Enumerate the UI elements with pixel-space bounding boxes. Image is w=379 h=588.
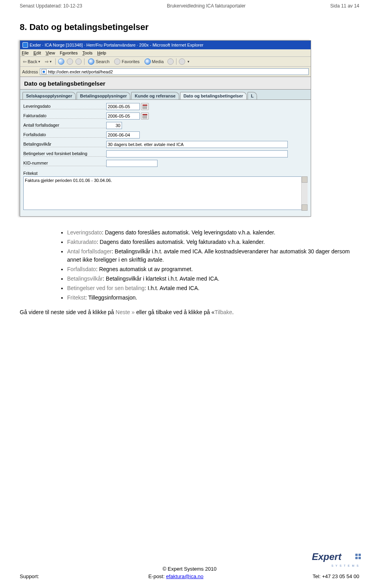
label-forfallsdato: Forfallsdato bbox=[23, 132, 106, 138]
input-betingelser-forsinket[interactable] bbox=[106, 150, 288, 157]
textarea-fritekst[interactable] bbox=[23, 176, 308, 210]
rest: : Regnes automatisk ut av programmet. bbox=[96, 266, 193, 272]
menu-tools[interactable]: Tools bbox=[83, 51, 93, 55]
media-label: Media bbox=[152, 59, 164, 64]
refresh-icon[interactable] bbox=[67, 58, 73, 65]
description-list: Leveringsdato: Dagens dato foreslåes aut… bbox=[51, 228, 359, 302]
history-icon[interactable] bbox=[167, 58, 174, 65]
nav-tilbake: Tilbake bbox=[214, 309, 232, 315]
input-antall-forfallsdager[interactable] bbox=[106, 122, 122, 129]
label-fritekst: Fritekst bbox=[23, 171, 308, 176]
tab-selskapsopplysninger[interactable]: Selskapsopplysninger bbox=[23, 92, 76, 99]
form-area: Leveringsdato Fakturadato Antall forfall… bbox=[20, 100, 311, 216]
logo-text: Expert bbox=[312, 551, 341, 562]
footer-email-wrap: E-post: efaktura@ica.no bbox=[148, 573, 204, 579]
menu-help[interactable]: Help bbox=[97, 51, 106, 55]
footer-tel: Tel: +47 23 05 54 00 bbox=[313, 573, 359, 579]
term: Betingelser ved for sen betaling bbox=[67, 285, 144, 291]
input-kid-nummer[interactable] bbox=[106, 160, 158, 167]
media-button[interactable]: Media bbox=[143, 58, 165, 65]
row-forfallsdato: Forfallsdato bbox=[23, 131, 308, 139]
ie-toolbar: ⇦ Back ▾ ⇨ ▾ Search Favorites Media ▾ bbox=[20, 57, 311, 67]
list-item: Leveringsdato: Dagens dato foreslåes aut… bbox=[67, 228, 359, 237]
tab-kunde-og-referanse[interactable]: Kunde og referanse bbox=[131, 92, 179, 99]
label-betalingsvilkar: Betalingsvilkår bbox=[23, 142, 106, 147]
scroll-down-icon[interactable] bbox=[302, 204, 308, 211]
scroll-up-icon[interactable] bbox=[302, 176, 308, 183]
stop-icon[interactable] bbox=[58, 58, 64, 65]
row-antall-forfallsdager: Antall forfallsdager bbox=[23, 122, 308, 129]
ie-menubar: File Edit View Favorites Tools Help bbox=[20, 49, 311, 57]
calendar-icon[interactable] bbox=[141, 103, 149, 110]
term: Fritekst bbox=[67, 294, 85, 301]
label-leveringsdato: Leveringsdato bbox=[23, 104, 106, 109]
ie-title-text: Exder · ICA Norge [101348] · Herr/Fru Po… bbox=[30, 43, 203, 47]
header-left: Senast Uppdaterad: 10-12-23 bbox=[20, 3, 82, 9]
menu-edit[interactable]: Edit bbox=[34, 51, 41, 55]
nav-suffix: . bbox=[232, 309, 234, 315]
toolbar-sep bbox=[176, 58, 176, 65]
tab-overflow[interactable]: L bbox=[248, 92, 257, 99]
row-betingelser-forsinket: Betingelser ved forsinket betaling bbox=[23, 150, 308, 157]
term: Betalingsvilkår bbox=[67, 275, 103, 282]
menu-favorites[interactable]: Favorites bbox=[60, 51, 77, 55]
list-item: Betingelser ved for sen betaling: I.h.t.… bbox=[67, 284, 359, 292]
label-betingelser-forsinket: Betingelser ved forsinket betaling bbox=[23, 151, 106, 157]
list-item: Fritekst: Tilleggsinformasjon. bbox=[67, 294, 359, 302]
term: Antal forfallsdager bbox=[67, 248, 112, 255]
row-leveringsdato: Leveringsdato bbox=[23, 103, 308, 110]
input-fakturadato[interactable] bbox=[106, 112, 140, 120]
portal-title: Dato og betalingsbetingelser bbox=[20, 77, 311, 90]
section-heading: 8. Dato og betalingsbetingelser bbox=[20, 22, 379, 32]
nav-middle: eller gå tilbake ved å klikke på « bbox=[135, 309, 214, 315]
home-icon[interactable] bbox=[75, 58, 82, 65]
footer-email-label: E-post: bbox=[148, 573, 166, 579]
mail-icon[interactable] bbox=[179, 58, 185, 65]
menu-view[interactable]: View bbox=[46, 51, 55, 55]
rest: : Tilleggsinformasjon. bbox=[85, 294, 137, 301]
forward-button[interactable]: ⇨ ▾ bbox=[44, 59, 53, 65]
tab-betalingsopplysninger[interactable]: Betalingsopplysninger bbox=[77, 92, 131, 99]
calendar-icon[interactable] bbox=[141, 112, 149, 120]
dropdown-arrow-icon: ▾ bbox=[38, 60, 40, 64]
portal-tabs: Selskapsopplysninger Betalingsopplysning… bbox=[20, 90, 311, 100]
footer-email-link[interactable]: efaktura@ica.no bbox=[166, 573, 203, 579]
dropdown-arrow-icon: ▾ bbox=[50, 60, 52, 64]
dropdown-arrow-icon: ▾ bbox=[188, 60, 190, 64]
page-header: Senast Uppdaterad: 10-12-23 Brukerveidle… bbox=[0, 0, 379, 10]
row-betalingsvilkar: Betalingsvilkår bbox=[23, 141, 308, 148]
back-button[interactable]: ⇦ Back ▾ bbox=[22, 59, 41, 65]
forward-arrow-icon: ⇨ bbox=[45, 59, 49, 64]
address-url: http://oden.exder.net/portal/head2 bbox=[48, 69, 113, 74]
search-button[interactable]: Search bbox=[87, 58, 111, 65]
favorites-label: Favorites bbox=[122, 59, 139, 64]
footer-copyright: © Expert Systems 2010 bbox=[20, 566, 359, 572]
label-fakturadato: Fakturadato bbox=[23, 113, 106, 119]
input-leveringsdato[interactable] bbox=[106, 103, 140, 110]
rest: : I.h.t. Avtale med ICA. bbox=[144, 285, 199, 291]
search-icon bbox=[88, 58, 94, 65]
label-antall-forfallsdager: Antall forfallsdager bbox=[23, 123, 106, 128]
toolbar-sep bbox=[55, 58, 56, 65]
list-item: Forfallsdato: Regnes automatisk ut av pr… bbox=[67, 265, 359, 273]
back-arrow-icon: ⇦ bbox=[23, 59, 26, 64]
header-right: Sida 11 av 14 bbox=[330, 3, 359, 9]
address-label: Address bbox=[22, 69, 38, 74]
search-label: Search bbox=[96, 59, 109, 64]
page-footer: © Expert Systems 2010 Support: E-post: e… bbox=[0, 566, 379, 579]
input-forfallsdato[interactable] bbox=[106, 131, 140, 139]
address-field[interactable]: http://oden.exder.net/portal/head2 bbox=[40, 68, 309, 75]
input-betalingsvilkar[interactable] bbox=[106, 141, 288, 148]
rest: : Dagens dato foreslåes automatisk. Velg… bbox=[97, 239, 265, 245]
expert-logo: Expert S Y S T E M S bbox=[312, 551, 359, 566]
scrollbar[interactable] bbox=[301, 176, 308, 211]
favorites-button[interactable]: Favorites bbox=[113, 58, 141, 65]
menu-file[interactable]: File bbox=[22, 51, 29, 55]
term: Forfallsdato bbox=[67, 266, 96, 272]
tab-dato-og-betalingsbetingelser[interactable]: Dato og betalingsbetingelser bbox=[180, 92, 247, 99]
term: Leveringsdato bbox=[67, 229, 102, 236]
nav-note: Gå videre til neste side ved å klikke på… bbox=[20, 309, 359, 315]
favorites-icon bbox=[114, 58, 120, 65]
list-item: Antal forfallsdager: Betalingsvilkår i.h… bbox=[67, 247, 359, 264]
label-kid-nummer: KID-nummer bbox=[23, 161, 106, 166]
